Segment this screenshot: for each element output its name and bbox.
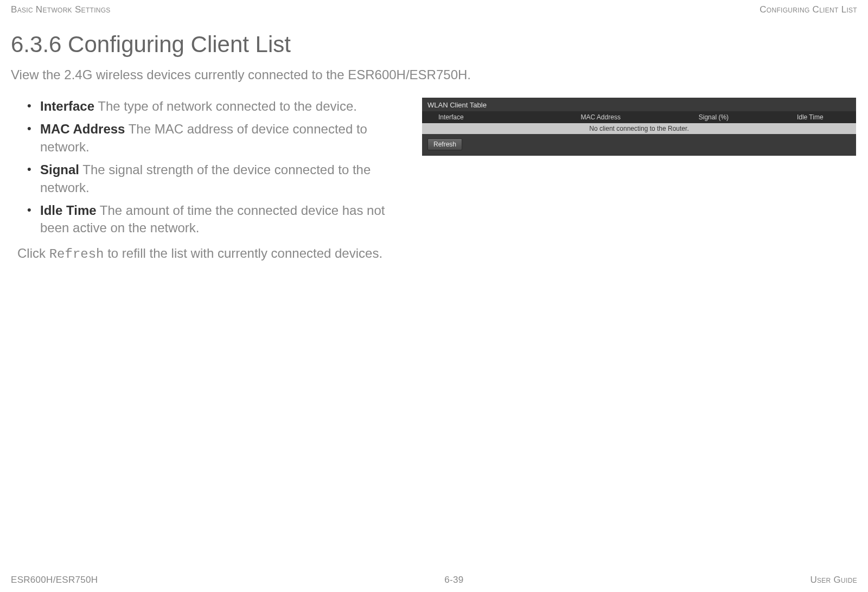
refresh-button[interactable]: Refresh bbox=[427, 138, 462, 150]
definition-term: Signal bbox=[40, 162, 79, 177]
section-intro: View the 2.4G wireless devices currently… bbox=[11, 67, 857, 82]
definition-desc: The signal strength of the device connec… bbox=[40, 162, 371, 194]
wlan-panel-title: WLAN Client Table bbox=[422, 98, 856, 111]
definition-term: Idle Time bbox=[40, 203, 97, 218]
refresh-prefix: Click bbox=[17, 246, 49, 260]
refresh-instruction: Click Refresh to refill the list with cu… bbox=[11, 245, 412, 263]
right-column: WLAN Client Table Interface MAC Address … bbox=[422, 98, 857, 263]
definition-list: Interface The type of network connected … bbox=[11, 98, 412, 237]
wlan-panel-footer: Refresh bbox=[422, 134, 856, 156]
empty-message: No client connecting to the Router. bbox=[422, 123, 856, 134]
main-content: 6.3.6 Configuring Client List View the 2… bbox=[0, 15, 868, 263]
page-footer: ESR600H/ESR750H 6-39 User Guide bbox=[0, 575, 868, 585]
page-header: Basic Network Settings Configuring Clien… bbox=[0, 0, 868, 15]
definition-item-mac-address: MAC Address The MAC address of device co… bbox=[27, 120, 412, 156]
wlan-client-table-panel: WLAN Client Table Interface MAC Address … bbox=[422, 98, 856, 156]
definition-term: Interface bbox=[40, 99, 94, 113]
column-header-interface: Interface bbox=[422, 111, 538, 123]
column-header-signal: Signal (%) bbox=[663, 111, 764, 123]
definition-term: MAC Address bbox=[40, 122, 125, 136]
header-right: Configuring Client List bbox=[760, 4, 857, 15]
table-header-row: Interface MAC Address Signal (%) Idle Ti… bbox=[422, 111, 856, 123]
left-column: Interface The type of network connected … bbox=[11, 98, 412, 263]
column-header-mac-address: MAC Address bbox=[538, 111, 663, 123]
definition-item-interface: Interface The type of network connected … bbox=[27, 98, 412, 115]
footer-page-number: 6-39 bbox=[444, 575, 463, 585]
definition-item-signal: Signal The signal strength of the device… bbox=[27, 161, 412, 196]
header-left: Basic Network Settings bbox=[11, 4, 111, 15]
column-header-idle-time: Idle Time bbox=[764, 111, 856, 123]
footer-right: User Guide bbox=[810, 575, 857, 585]
wlan-client-table: Interface MAC Address Signal (%) Idle Ti… bbox=[422, 111, 856, 134]
section-title: 6.3.6 Configuring Client List bbox=[11, 31, 857, 58]
refresh-code: Refresh bbox=[49, 247, 104, 262]
definition-item-idle-time: Idle Time The amount of time the connect… bbox=[27, 202, 412, 237]
footer-left: ESR600H/ESR750H bbox=[11, 575, 98, 585]
two-column-layout: Interface The type of network connected … bbox=[11, 98, 857, 263]
refresh-suffix: to refill the list with currently connec… bbox=[104, 246, 383, 260]
definition-desc: The type of network connected to the dev… bbox=[94, 99, 357, 113]
table-empty-row: No client connecting to the Router. bbox=[422, 123, 856, 134]
